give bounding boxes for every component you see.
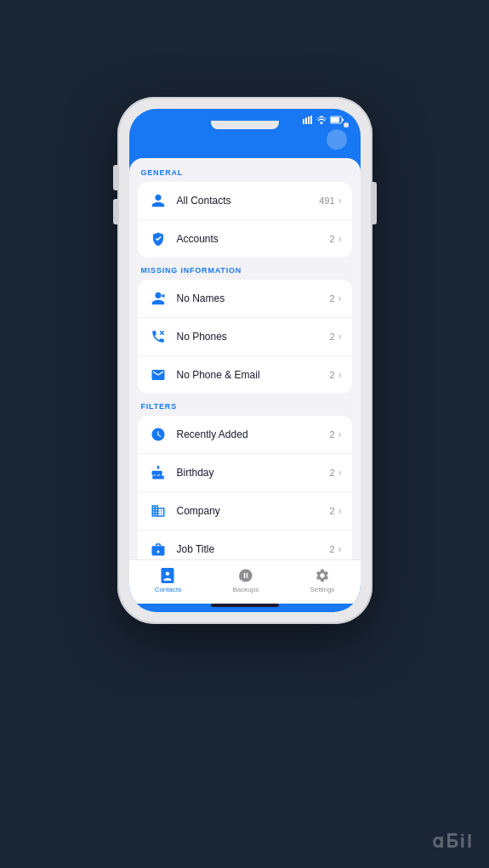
list-item[interactable]: All Contacts491› bbox=[138, 182, 352, 220]
list-item[interactable]: Recently Added2› bbox=[138, 416, 352, 454]
home-indicator bbox=[211, 604, 279, 607]
section-card-0: All Contacts491›Accounts2› bbox=[138, 182, 352, 258]
section-label-0: GENERAL bbox=[141, 168, 352, 177]
chevron-right-icon: › bbox=[338, 233, 342, 245]
settings-tab-icon bbox=[314, 567, 331, 584]
chevron-right-icon: › bbox=[338, 505, 342, 517]
chevron-right-icon: › bbox=[338, 292, 342, 304]
svg-rect-6 bbox=[331, 117, 339, 122]
tab-settings[interactable]: Settings bbox=[310, 567, 334, 593]
section-label-2: FILTERS bbox=[141, 402, 352, 411]
envelope-icon bbox=[148, 365, 168, 385]
item-count: 2 bbox=[329, 544, 334, 554]
section-card-2: Recently Added2›Birthday2›Company2›Job T… bbox=[138, 416, 352, 559]
item-label: All Contacts bbox=[177, 195, 320, 207]
item-label: No Phones bbox=[177, 331, 330, 343]
phone-x-icon bbox=[148, 326, 168, 347]
contacts-tab-icon bbox=[159, 567, 176, 584]
phone-screen: GENERALAll Contacts491›Accounts2›MISSING… bbox=[129, 109, 361, 612]
svg-rect-2 bbox=[308, 116, 310, 124]
top-nav bbox=[129, 124, 361, 158]
shield-icon bbox=[148, 229, 168, 249]
svg-rect-1 bbox=[305, 118, 307, 125]
person-x-icon bbox=[148, 288, 168, 309]
item-label: Job Title bbox=[177, 543, 330, 555]
content-area: GENERALAll Contacts491›Accounts2›MISSING… bbox=[129, 158, 361, 559]
add-contact-button[interactable] bbox=[327, 129, 347, 150]
status-icons bbox=[303, 116, 345, 124]
birthday-icon bbox=[148, 462, 168, 483]
section-label-1: MISSING INFORMATION bbox=[141, 266, 352, 275]
chevron-right-icon: › bbox=[338, 369, 342, 381]
item-count: 491 bbox=[319, 196, 334, 206]
building-icon bbox=[148, 501, 168, 521]
item-label: Accounts bbox=[177, 233, 330, 245]
chevron-right-icon: › bbox=[338, 428, 342, 440]
section-card-1: No Names2›No Phones2›No Phone & Email2› bbox=[138, 280, 352, 394]
list-item[interactable]: Company2› bbox=[138, 492, 352, 530]
list-item[interactable]: No Phone & Email2› bbox=[138, 356, 352, 394]
chevron-right-icon: › bbox=[338, 543, 342, 555]
list-item[interactable]: No Phones2› bbox=[138, 318, 352, 356]
item-label: Birthday bbox=[177, 467, 330, 479]
svg-rect-3 bbox=[310, 116, 312, 124]
phone-shell: GENERALAll Contacts491›Accounts2›MISSING… bbox=[117, 97, 372, 624]
tab-backups[interactable]: Backups bbox=[232, 567, 259, 593]
item-count: 2 bbox=[329, 332, 334, 342]
list-item[interactable]: No Names2› bbox=[138, 280, 352, 318]
svg-rect-7 bbox=[342, 119, 344, 122]
tab-label: Backups bbox=[232, 586, 259, 593]
list-item[interactable]: Job Title2› bbox=[138, 530, 352, 559]
item-label: No Names bbox=[177, 292, 330, 304]
phone-mockup: GENERALAll Contacts491›Accounts2›MISSING… bbox=[117, 97, 372, 624]
backups-tab-icon bbox=[237, 567, 254, 584]
list-item[interactable]: Accounts2› bbox=[138, 220, 352, 258]
chevron-right-icon: › bbox=[338, 331, 342, 343]
briefcase-icon bbox=[148, 539, 168, 559]
list-item[interactable]: Birthday2› bbox=[138, 454, 352, 492]
chevron-right-icon: › bbox=[338, 467, 342, 479]
item-label: Company bbox=[177, 505, 330, 517]
item-count: 2 bbox=[329, 468, 334, 478]
notch bbox=[211, 121, 279, 129]
clock-icon bbox=[148, 424, 168, 445]
person-icon bbox=[148, 190, 168, 211]
item-count: 2 bbox=[329, 234, 334, 244]
tab-contacts[interactable]: Contacts bbox=[155, 567, 182, 593]
item-count: 2 bbox=[329, 506, 334, 516]
tab-label: Contacts bbox=[155, 586, 182, 593]
watermark: ɑƂil bbox=[432, 831, 474, 853]
tab-label: Settings bbox=[310, 586, 334, 593]
camera-dot bbox=[344, 122, 349, 128]
chevron-right-icon: › bbox=[338, 195, 342, 207]
item-count: 2 bbox=[329, 429, 334, 440]
item-count: 2 bbox=[329, 370, 334, 380]
item-label: Recently Added bbox=[177, 428, 330, 440]
item-count: 2 bbox=[329, 293, 334, 304]
tab-bar: ContactsBackupsSettings bbox=[129, 559, 361, 604]
item-label: No Phone & Email bbox=[177, 369, 330, 381]
